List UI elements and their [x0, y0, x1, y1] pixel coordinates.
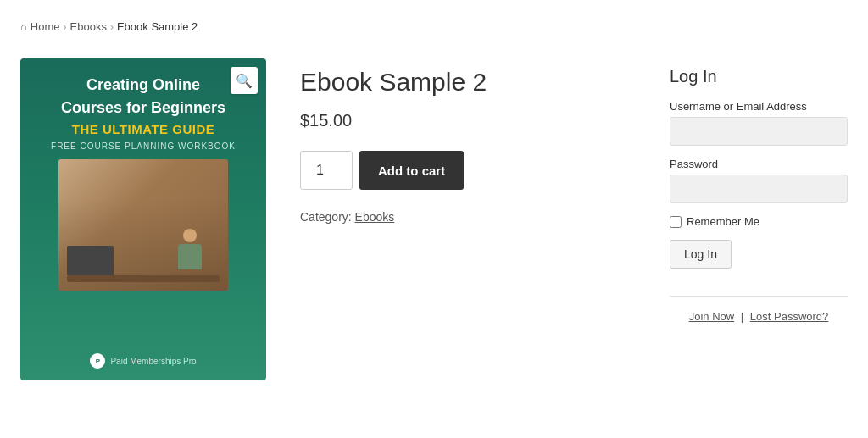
book-logo-text: Paid Memberships Pro	[110, 357, 196, 366]
remember-me-label: Remember Me	[687, 215, 760, 228]
book-cover-wrap: Creating Online Courses for Beginners TH…	[20, 58, 266, 380]
breadcrumb-home-link[interactable]: Home	[31, 20, 60, 33]
page-wrapper: ⌂ Home › Ebooks › Ebook Sample 2 Creatin…	[0, 0, 868, 394]
desk-scene	[67, 231, 220, 282]
remember-me-checkbox[interactable]	[670, 216, 682, 228]
product-info: Ebook Sample 2 $15.00 Add to cart Catego…	[300, 58, 636, 224]
pmp-logo-icon: P	[90, 353, 105, 369]
book-title-line1: Creating Online	[86, 75, 200, 95]
breadcrumb-sep-1: ›	[64, 21, 67, 33]
product-title: Ebook Sample 2	[300, 67, 636, 97]
join-now-link[interactable]: Join Now	[689, 310, 734, 323]
person-body	[178, 244, 202, 269]
login-links-separator: |	[741, 310, 743, 323]
breadcrumb-current: Ebook Sample 2	[117, 20, 198, 33]
password-label: Password	[670, 158, 848, 170]
zoom-button[interactable]: 🔍	[231, 67, 258, 94]
login-box: Log In Username or Email Address Passwor…	[670, 58, 848, 323]
login-divider	[670, 296, 848, 297]
person-head	[183, 229, 197, 242]
password-input[interactable]	[670, 175, 848, 203]
add-to-cart-button[interactable]: Add to cart	[359, 151, 464, 190]
product-price: $15.00	[300, 111, 636, 130]
book-image-placeholder	[58, 159, 228, 291]
book-cover: Creating Online Courses for Beginners TH…	[20, 58, 266, 380]
category-row: Category: Ebooks	[300, 210, 636, 224]
book-subtitle-gold: THE ULTIMATE GUIDE	[72, 122, 214, 136]
breadcrumb-sep-2: ›	[110, 21, 114, 33]
login-links: Join Now | Lost Password?	[670, 310, 848, 323]
home-icon: ⌂	[20, 20, 27, 33]
login-title: Log In	[670, 67, 848, 86]
book-logo-area: P Paid Memberships Pro	[90, 353, 196, 369]
remember-me-row: Remember Me	[670, 215, 848, 228]
category-link[interactable]: Ebooks	[355, 210, 395, 224]
zoom-icon: 🔍	[236, 73, 253, 89]
book-title-line2: Courses for Beginners	[61, 98, 225, 118]
book-cover-inner: Creating Online Courses for Beginners TH…	[20, 58, 266, 380]
username-label: Username or Email Address	[670, 100, 848, 113]
username-input[interactable]	[670, 117, 848, 146]
main-content: Creating Online Courses for Beginners TH…	[20, 58, 848, 380]
breadcrumb-ebooks-link[interactable]: Ebooks	[70, 20, 107, 33]
quantity-input[interactable]	[300, 151, 353, 190]
breadcrumb: ⌂ Home › Ebooks › Ebook Sample 2	[20, 14, 848, 33]
login-button[interactable]: Log In	[670, 240, 732, 269]
book-subtitle-small: FREE COURSE PLANNING WORKBOOK	[51, 141, 236, 151]
laptop-shape	[67, 246, 114, 275]
add-to-cart-row: Add to cart	[300, 151, 636, 190]
person-shape	[173, 229, 207, 275]
category-prefix: Category:	[300, 210, 352, 224]
desk-surface	[67, 275, 220, 282]
lost-password-link[interactable]: Lost Password?	[750, 310, 829, 323]
